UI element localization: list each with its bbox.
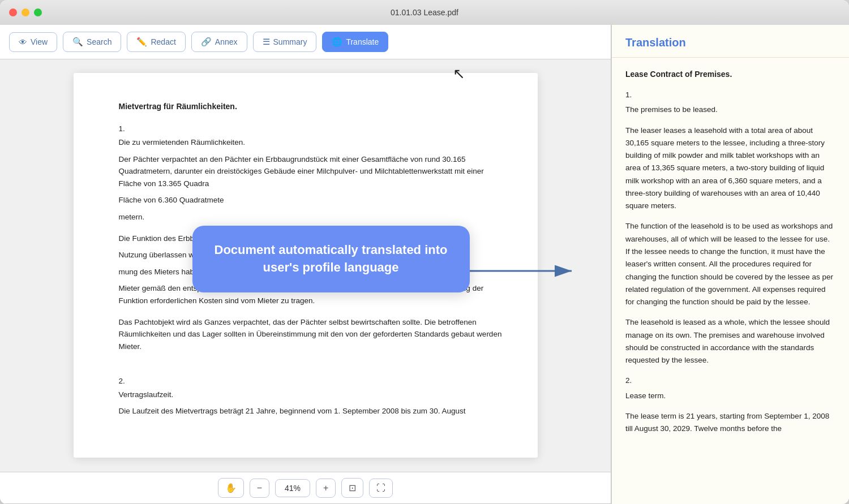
section-1-num: 1. bbox=[119, 123, 504, 135]
plus-icon: + bbox=[323, 483, 328, 493]
view-button[interactable]: 👁 View bbox=[9, 32, 57, 52]
close-button[interactable] bbox=[9, 8, 17, 16]
summary-button[interactable]: ☰ Summary bbox=[253, 32, 317, 52]
doc-para-1-2: Fläche von 6.360 Quadratmete bbox=[119, 194, 504, 206]
doc-para-2-1: Die Laufzeit des Mietvertrags beträgt 21… bbox=[119, 405, 504, 417]
fit-page-button[interactable]: ⊡ bbox=[341, 478, 363, 498]
search-button[interactable]: 🔍 Search bbox=[63, 32, 121, 52]
redact-button[interactable]: ✏️ Redact bbox=[127, 32, 185, 52]
doc-para-1-8: Das Pachtobjekt wird als Ganzes verpacht… bbox=[119, 316, 504, 353]
trans-para-1-1: The leaser leases a leasehold with a tot… bbox=[625, 124, 835, 213]
redact-icon: ✏️ bbox=[136, 37, 147, 47]
doc-title: Mietvertrag für Räumlichkeiten. bbox=[119, 100, 504, 113]
trans-section-1-num: 1. bbox=[625, 89, 835, 101]
right-pane: Translation Lease Contract of Premises. … bbox=[611, 25, 849, 504]
translate-icon: 🌐 bbox=[332, 37, 342, 47]
main-content: 👁 View 🔍 Search ✏️ Redact 🔗 Annex ☰ bbox=[0, 25, 849, 504]
section-2-num: 2. bbox=[119, 375, 504, 387]
minus-icon: − bbox=[257, 483, 262, 493]
document-area: Mietvertrag für Räumlichkeiten. 1. Die z… bbox=[0, 59, 611, 472]
view-icon: 👁 bbox=[19, 37, 27, 47]
view-label: View bbox=[31, 37, 48, 46]
trans-para-1-3: The leasehold is leased as a whole, whic… bbox=[625, 316, 835, 367]
summary-label: Summary bbox=[273, 37, 307, 46]
doc-para-1-3: metern. bbox=[119, 211, 504, 223]
zoom-in-button[interactable]: + bbox=[316, 479, 336, 498]
fullscreen-icon: ⛶ bbox=[376, 483, 385, 493]
zoom-level: 41% bbox=[275, 479, 310, 497]
translation-content: Lease Contract of Premises. 1. The premi… bbox=[612, 58, 849, 504]
annex-icon: 🔗 bbox=[201, 37, 212, 47]
zoom-out-button[interactable]: − bbox=[250, 479, 269, 498]
tooltip-arrow bbox=[467, 251, 580, 291]
search-icon: 🔍 bbox=[72, 37, 83, 47]
annex-button[interactable]: 🔗 Annex bbox=[191, 32, 247, 52]
translation-title: Translation bbox=[625, 36, 835, 49]
maximize-button[interactable] bbox=[34, 8, 42, 16]
trans-para-1-2: The function of the leasehold is to be u… bbox=[625, 220, 835, 308]
trans-para-2-1: The lease term is 21 years, starting fro… bbox=[625, 410, 835, 436]
fullscreen-button[interactable]: ⛶ bbox=[369, 479, 393, 498]
search-label: Search bbox=[87, 37, 112, 46]
trans-doc-title: Lease Contract of Premises. bbox=[625, 68, 835, 81]
translate-label: Translate bbox=[346, 37, 379, 46]
document-footer: ✋ − 41% + ⊡ ⛶ bbox=[0, 472, 611, 503]
doc-para-1-1: Der Pächter verpachtet an den Pächter ei… bbox=[119, 153, 504, 190]
trans-para-1-0: The premises to be leased. bbox=[625, 104, 835, 116]
title-bar: 01.01.03 Lease.pdf bbox=[0, 0, 849, 25]
tooltip-text: Document automatically translated into u… bbox=[215, 243, 448, 274]
minimize-button[interactable] bbox=[22, 8, 29, 16]
annex-label: Annex bbox=[215, 37, 238, 46]
trans-para-2-0: Lease term. bbox=[625, 390, 835, 402]
traffic-lights bbox=[9, 8, 42, 16]
window-title: 01.01.03 Lease.pdf bbox=[391, 8, 458, 17]
trans-section-2-num: 2. bbox=[625, 374, 835, 387]
hand-icon: ✋ bbox=[225, 483, 237, 493]
doc-para-2-0: Vertragslaufzeit. bbox=[119, 389, 504, 401]
tooltip-bubble: Document automatically translated into u… bbox=[192, 226, 470, 292]
translate-button[interactable]: 🌐 Translate bbox=[322, 32, 388, 52]
left-pane: 👁 View 🔍 Search ✏️ Redact 🔗 Annex ☰ bbox=[0, 25, 611, 504]
fit-icon: ⊡ bbox=[349, 483, 356, 493]
app-window: 01.01.03 Lease.pdf 👁 View 🔍 Search ✏️ Re… bbox=[0, 0, 849, 504]
redact-label: Redact bbox=[151, 37, 175, 46]
translation-header: Translation bbox=[612, 25, 849, 58]
document-page: Mietvertrag für Räumlichkeiten. 1. Die z… bbox=[74, 73, 538, 458]
summary-icon: ☰ bbox=[263, 37, 270, 47]
doc-para-1-0: Die zu vermietenden Räumlichkeiten. bbox=[119, 136, 504, 149]
hand-tool-button[interactable]: ✋ bbox=[218, 478, 244, 498]
toolbar: 👁 View 🔍 Search ✏️ Redact 🔗 Annex ☰ bbox=[0, 25, 611, 59]
